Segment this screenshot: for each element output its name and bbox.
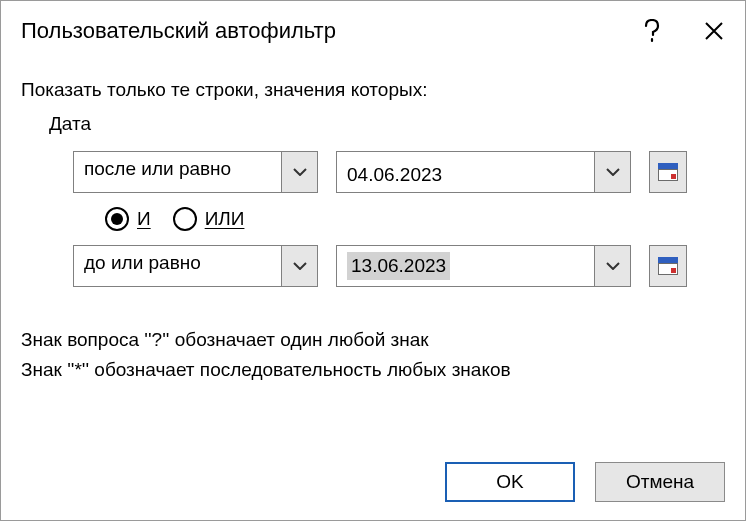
value-2-dropdown[interactable] [594,246,630,286]
chevron-down-icon [293,262,307,270]
help-button[interactable] [621,1,683,61]
close-button[interactable] [683,1,745,61]
condition-2-text: до или равно [74,246,281,286]
instruction-text: Показать только те строки, значения кото… [21,79,725,101]
hint-question-mark: Знак вопроса ''?'' обозначает один любой… [21,329,725,351]
date-picker-1-button[interactable] [649,151,687,193]
date-picker-2-button[interactable] [649,245,687,287]
condition-2-dropdown[interactable] [281,246,317,286]
value-2-combo[interactable]: 13.06.2023 [336,245,631,287]
condition-1-dropdown[interactable] [281,152,317,192]
cancel-button[interactable]: Отмена [595,462,725,502]
chevron-down-icon [606,262,620,270]
hints-block: Знак вопроса ''?'' обозначает один любой… [21,329,725,381]
title-bar: Пользовательский автофильтр [1,1,745,61]
calendar-icon [658,163,678,181]
hint-asterisk: Знак ''*'' обозначает последовательность… [21,359,725,381]
chevron-down-icon [606,168,620,176]
value-1-dropdown[interactable] [594,152,630,192]
calendar-icon [658,257,678,275]
condition-2-combo[interactable]: до или равно [73,245,318,287]
close-icon [704,21,724,41]
field-label: Дата [49,113,725,135]
dialog-body: Показать только те строки, значения кото… [1,61,745,444]
dialog-footer: OK Отмена [1,444,745,520]
help-icon [644,19,660,43]
logic-row: И ИЛИ [105,207,725,231]
radio-and-label: И [137,208,151,230]
criteria-row-2: до или равно 13.06.2023 [73,245,725,287]
condition-1-text: после или равно [74,152,281,192]
value-1-text: 04.06.2023 [337,158,594,186]
radio-and-circle [105,207,129,231]
criteria-row-1: после или равно 04.06.2023 [73,151,725,193]
value-2-text: 13.06.2023 [347,252,450,280]
condition-1-combo[interactable]: после или равно [73,151,318,193]
custom-autofilter-dialog: Пользовательский автофильтр Показать тол… [0,0,746,521]
radio-or[interactable]: ИЛИ [173,207,245,231]
value-1-combo[interactable]: 04.06.2023 [336,151,631,193]
radio-or-circle [173,207,197,231]
radio-or-label: ИЛИ [205,208,245,230]
dialog-title: Пользовательский автофильтр [21,18,621,44]
chevron-down-icon [293,168,307,176]
radio-and[interactable]: И [105,207,151,231]
ok-button[interactable]: OK [445,462,575,502]
